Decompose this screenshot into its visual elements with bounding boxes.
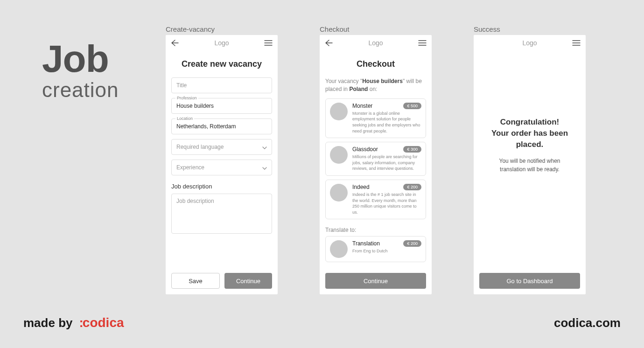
item-title: Indeed [352, 184, 370, 190]
job-description-textarea[interactable]: Job description [171, 194, 272, 234]
translate-label: Translate to: [325, 227, 426, 233]
item-desc: From Eng to Dutch [352, 248, 421, 254]
location-label: Location [175, 116, 194, 121]
avatar [330, 240, 348, 258]
chevron-down-icon [262, 163, 267, 172]
item-desc: Monster is a global online employment so… [352, 111, 421, 134]
logo-text: Logo [522, 39, 537, 47]
item-title: Glassdoor [352, 146, 378, 153]
avatar [330, 103, 348, 120]
checkout-item-translation[interactable]: Translation € 200 From Eng to Dutch [325, 236, 426, 262]
checkout-lead: Your vacancy "House builders" will be pl… [325, 77, 426, 94]
screen-label-success: Success [474, 25, 586, 33]
avatar [330, 146, 348, 164]
location-field[interactable]: Location Netherlands, Rotterdam [171, 118, 272, 134]
success-subtext: You will be notified when translation wi… [488, 157, 572, 174]
go-to-dashboard-button[interactable]: Go to Dashboard [479, 273, 580, 289]
back-icon[interactable] [170, 40, 180, 46]
continue-button[interactable]: Continue [325, 273, 426, 289]
location-value: Netherlands, Rotterdam [176, 123, 236, 130]
continue-button[interactable]: Continue [224, 273, 272, 289]
phone-checkout: Logo Checkout Your vacancy "House builde… [320, 35, 432, 294]
price-badge: € 200 [403, 184, 421, 190]
logo-text: Logo [214, 39, 229, 47]
menu-icon[interactable] [418, 40, 427, 46]
language-select[interactable]: Required language [171, 139, 272, 155]
menu-icon[interactable] [572, 40, 581, 46]
profession-label: Profession [175, 96, 198, 100]
logo-text: Logo [368, 39, 383, 47]
title-placeholder: Title [176, 82, 187, 89]
codica-logo: :codica [79, 315, 124, 330]
back-icon[interactable] [324, 40, 334, 46]
item-title: Monster [352, 103, 372, 109]
made-by-label: made by [23, 316, 73, 330]
heading-line2: creation [42, 79, 119, 101]
experience-select[interactable]: Experience [171, 160, 272, 175]
experience-placeholder: Experience [176, 164, 204, 171]
screen-label-create: Create-vacancy [166, 25, 278, 33]
phone-success: Logo Congratulation!Your order has been … [474, 35, 586, 294]
phone-create-vacancy: Logo Create new vacancy Title Profession… [166, 35, 278, 294]
title-field[interactable]: Title [171, 77, 272, 93]
page-title: Create new vacancy [171, 59, 272, 69]
profession-value: House builders [176, 103, 214, 109]
checkout-item-monster[interactable]: Monster € 500 Monster is a global online… [325, 98, 426, 138]
checkout-item-glassdoor[interactable]: Glassdoor € 300 Millions of people are s… [325, 142, 426, 176]
job-description-label: Job description [171, 183, 272, 190]
job-description-placeholder: Job description [176, 198, 214, 204]
page-title: Checkout [325, 59, 426, 69]
item-desc: Indeed is the # 1 job search site in the… [352, 192, 421, 215]
avatar [330, 184, 348, 202]
price-badge: € 300 [403, 146, 421, 153]
price-badge: € 200 [403, 240, 421, 247]
save-button[interactable]: Save [171, 273, 220, 289]
heading-line1: Job [42, 40, 119, 78]
item-title: Translation [352, 240, 380, 247]
profession-field[interactable]: Profession House builders [171, 98, 272, 114]
screen-label-checkout: Checkout [320, 25, 432, 33]
language-placeholder: Required language [176, 144, 224, 150]
menu-icon[interactable] [264, 40, 273, 46]
checkout-item-indeed[interactable]: Indeed € 200 Indeed is the # 1 job searc… [325, 180, 426, 219]
item-desc: Millions of people are searching for job… [352, 154, 421, 172]
codica-url: codica.com [554, 316, 621, 330]
success-title: Congratulation!Your order has been place… [488, 117, 572, 150]
price-badge: € 500 [403, 103, 421, 109]
chevron-down-icon [262, 143, 267, 151]
